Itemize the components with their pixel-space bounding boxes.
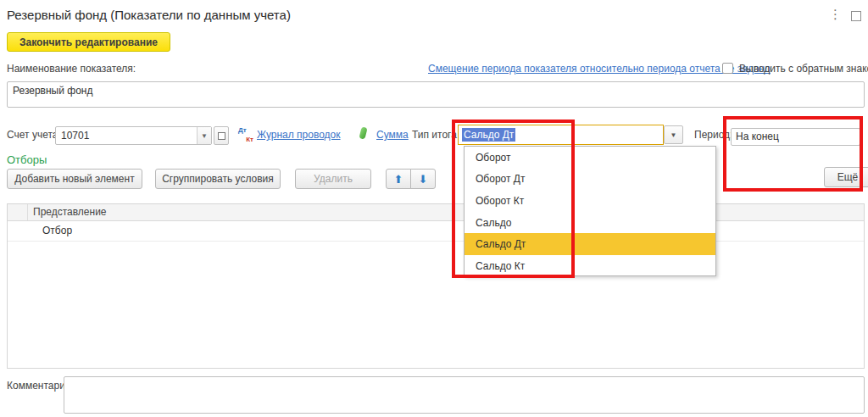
- dropdown-option-saldo-kt[interactable]: Сальдо Кт: [465, 255, 715, 277]
- dropdown-option-saldo-dt[interactable]: Сальдо Дт: [465, 233, 715, 255]
- open-form-icon: [218, 132, 225, 140]
- comment-input[interactable]: [64, 376, 865, 414]
- finish-editing-button[interactable]: Закончить редактирование: [7, 32, 170, 52]
- account-value: 10701: [56, 130, 197, 142]
- indicator-name-label: Наименование показателя:: [7, 63, 136, 75]
- dt-kt-icon[interactable]: Дт Кт: [238, 126, 253, 143]
- total-type-selected-value: Сальдо Дт: [462, 128, 515, 142]
- table-header: Представление: [8, 204, 864, 221]
- filters-table: Представление Отбор: [7, 203, 865, 369]
- filters-section-title: Отборы: [7, 153, 47, 166]
- table-cell-representation: Отбор: [42, 225, 72, 236]
- sum-indicator-icon: [359, 126, 367, 139]
- reverse-sign-checkbox[interactable]: [722, 63, 733, 74]
- period-input[interactable]: На конец: [731, 128, 860, 146]
- dropdown-option-saldo[interactable]: Сальдо: [465, 212, 715, 234]
- journal-link[interactable]: Журнал проводок: [257, 129, 341, 141]
- table-header-representation: Представление: [33, 206, 107, 218]
- dropdown-option-oborot-dt[interactable]: Оборот Дт: [465, 169, 715, 191]
- indicator-name-input[interactable]: Резервный фонд: [7, 81, 865, 108]
- maximize-icon[interactable]: [851, 11, 861, 21]
- dropdown-option-oborot[interactable]: Оборот: [465, 147, 715, 169]
- move-down-button[interactable]: ⬇: [410, 169, 436, 189]
- table-row[interactable]: Отбор: [8, 221, 864, 242]
- account-input[interactable]: 10701 ▼: [55, 126, 212, 145]
- arrow-down-icon: ⬇: [419, 174, 428, 185]
- add-element-button[interactable]: Добавить новый элемент: [7, 169, 142, 189]
- account-dropdown-icon[interactable]: ▼: [197, 127, 211, 144]
- form-indicator-editor: Резервный фонд (Показатели по данным уче…: [0, 0, 868, 417]
- more-button[interactable]: Ещё: [824, 167, 868, 187]
- period-label: Период:: [694, 129, 732, 141]
- total-type-label: Тип итога: [412, 129, 457, 141]
- account-open-button[interactable]: [214, 126, 229, 145]
- sum-link[interactable]: Сумма: [376, 129, 409, 141]
- total-type-dropdown-list: Оборот Оборот Дт Оборот Кт Сальдо Сальдо…: [464, 146, 716, 276]
- dropdown-option-oborot-kt[interactable]: Оборот Кт: [465, 190, 715, 212]
- table-header-icon-column: [8, 204, 28, 220]
- page-title: Резервный фонд (Показатели по данным уче…: [7, 8, 291, 22]
- total-type-dropdown-icon[interactable]: ▼: [664, 125, 683, 144]
- group-conditions-button[interactable]: Сгруппировать условия: [155, 169, 281, 189]
- arrow-up-icon: ⬆: [394, 174, 403, 185]
- more-menu-icon[interactable]: ⋮: [829, 7, 842, 22]
- period-offset-link[interactable]: Смещение периода показателя относительно…: [428, 63, 771, 75]
- delete-button: Удалить: [295, 169, 371, 189]
- move-up-button[interactable]: ⬆: [386, 169, 411, 189]
- account-label: Счет учета:: [7, 129, 61, 141]
- total-type-combobox[interactable]: Сальдо Дт: [458, 125, 664, 145]
- reverse-sign-label: Выводить с обратным знаком: [739, 63, 868, 75]
